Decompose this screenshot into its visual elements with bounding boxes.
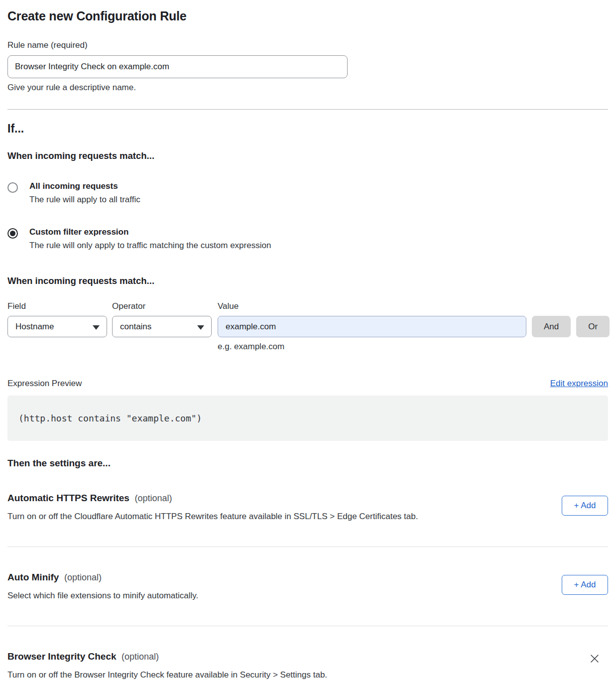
field-label: Field [7,301,112,311]
then-settings-heading: Then the settings are... [7,458,608,469]
section-divider [7,109,608,110]
edit-expression-link[interactable]: Edit expression [550,379,608,389]
rule-name-input[interactable] [7,55,348,78]
value-helper: e.g. example.com [218,342,608,352]
field-select-value: Hostname [15,322,54,332]
section-divider [7,547,608,547]
setting-title: Automatic HTTPS Rewrites [7,493,129,503]
rule-name-helper: Give your rule a descriptive name. [7,83,608,93]
chevron-down-icon [93,325,100,330]
operator-select-value: contains [120,322,151,332]
setting-description: Select which file extensions to minify a… [7,591,198,601]
expression-code: (http.host contains "example.com") [18,413,202,423]
radio-selected-icon[interactable] [7,228,18,239]
radio-option-custom-filter-expression[interactable]: Custom filter expression The rule will o… [7,227,608,251]
close-icon[interactable] [588,652,601,665]
create-configuration-rule-form: Create new Configuration Rule Rule name … [0,0,616,686]
setting-description: Turn on or off the Cloudflare Automatic … [7,512,418,522]
rule-name-group: Rule name (required) Give your rule a de… [7,40,608,93]
page-title: Create new Configuration Rule [7,9,608,23]
section-divider [7,626,608,626]
or-button[interactable]: Or [576,316,610,337]
setting-auto-minify: Auto Minify (optional) Select which file… [7,572,608,601]
radio-description: The rule will only apply to traffic matc… [29,241,271,251]
expression-preview-label: Expression Preview [7,379,82,389]
expression-preview-box: (http.host contains "example.com") [7,396,608,441]
value-input[interactable] [218,316,526,337]
setting-title: Browser Integrity Check [7,651,117,662]
radio-unselected-icon[interactable] [7,182,18,193]
add-auto-minify-button[interactable]: + Add [562,575,608,595]
field-select[interactable]: Hostname [7,316,107,337]
setting-optional-tag: (optional) [122,652,159,662]
and-button[interactable]: And [532,316,571,337]
if-heading: If... [7,122,608,136]
radio-option-all-incoming-requests[interactable]: All incoming requests The rule will appl… [7,181,608,205]
add-automatic-https-rewrites-button[interactable]: + Add [562,496,608,516]
setting-optional-tag: (optional) [134,493,172,503]
radio-label: Custom filter expression [29,227,271,237]
value-label: Value [218,301,608,311]
chevron-down-icon [197,325,204,330]
setting-automatic-https-rewrites: Automatic HTTPS Rewrites (optional) Turn… [7,493,608,522]
builder-labels: Field Operator Value [7,301,608,311]
radio-label: All incoming requests [29,181,140,191]
setting-title: Auto Minify [7,572,59,582]
setting-optional-tag: (optional) [64,572,102,582]
rule-name-label: Rule name (required) [7,40,608,50]
operator-select[interactable]: contains [112,316,212,337]
expression-preview-row: Expression Preview Edit expression [7,379,608,389]
radio-description: The rule will apply to all traffic [29,195,140,205]
operator-label: Operator [112,301,218,311]
expression-builder-heading: When incoming requests match... [7,275,608,286]
expression-builder-row: Hostname contains And Or [7,316,608,337]
setting-browser-integrity-check: Browser Integrity Check (optional) Turn … [7,651,608,686]
setting-description: Turn on or off the Browser Integrity Che… [7,670,327,680]
match-heading: When incoming requests match... [7,150,608,161]
